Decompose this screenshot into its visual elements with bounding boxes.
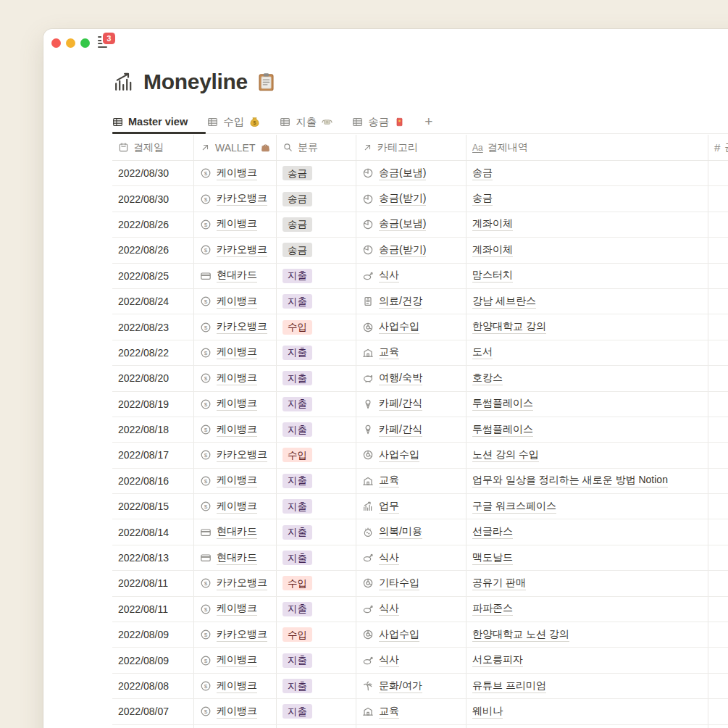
cell-amount[interactable] <box>708 366 728 390</box>
cell-detail[interactable]: 노션 강의 수입 <box>466 443 708 467</box>
cell-type[interactable]: 지출 <box>277 597 356 622</box>
cell-amount[interactable] <box>708 674 728 698</box>
cell-detail[interactable]: 계좌이체 <box>466 238 708 262</box>
detail-link[interactable]: 송금 <box>472 167 493 180</box>
cell-type[interactable]: 지출 <box>277 289 356 314</box>
cell-date[interactable]: 2022/08/07 <box>112 699 194 724</box>
cell-type[interactable]: 수입 <box>277 622 356 647</box>
cell-detail[interactable]: 맘스터치 <box>466 264 708 288</box>
cell-amount[interactable] <box>708 417 728 442</box>
cell-type[interactable]: 지출 <box>277 469 356 493</box>
detail-link[interactable]: 투썸플레이스 <box>472 397 533 411</box>
category-link[interactable]: 사업수입 <box>379 320 419 334</box>
cell-type[interactable]: 송금 <box>277 161 356 185</box>
cell-amount[interactable] <box>708 519 728 544</box>
cell-wallet[interactable]: $케이뱅크 <box>194 674 277 698</box>
detail-link[interactable]: 계좌이체 <box>472 243 513 257</box>
cell-type[interactable]: 수입 <box>277 443 356 467</box>
zoom-button[interactable] <box>80 38 90 48</box>
cell-category[interactable]: 사업수입 <box>356 314 466 339</box>
detail-link[interactable]: 송금 <box>472 192 493 206</box>
cell-category[interactable]: 송금(받기) <box>356 238 466 262</box>
tab-expense-view[interactable]: 지출 <box>280 115 332 129</box>
cell-type[interactable]: 수입 <box>277 314 356 339</box>
tab-master-view[interactable]: Master view <box>112 116 188 127</box>
cell-amount[interactable] <box>708 597 728 622</box>
cell-detail[interactable]: 강남 세브란스 <box>466 289 708 314</box>
cell-date[interactable]: 2022/08/18 <box>112 417 194 442</box>
category-link[interactable]: 여행/숙박 <box>379 372 422 385</box>
column-header-wallet[interactable]: WALLET <box>194 135 277 160</box>
cell-date[interactable]: 2022/08/26 <box>112 212 194 237</box>
column-header-detail[interactable]: Aa결제내역 <box>466 135 708 160</box>
detail-link[interactable]: 서오릉피자 <box>472 653 523 667</box>
column-header-type[interactable]: 분류 <box>277 135 356 160</box>
cell-date[interactable]: 2022/08/17 <box>112 443 194 467</box>
wallet-link[interactable]: 케이뱅크 <box>217 346 257 359</box>
cell-type[interactable]: 지출 <box>277 545 356 570</box>
cell-wallet[interactable]: $케이뱅크 <box>194 699 277 724</box>
cell-category[interactable]: 송금(보냄) <box>356 161 466 185</box>
detail-link[interactable]: 한양대학교 노션 강의 <box>472 628 569 642</box>
cell-detail[interactable]: 웨비나 <box>466 699 708 724</box>
cell-amount[interactable] <box>708 443 728 467</box>
wallet-link[interactable]: 카카오뱅크 <box>217 320 267 334</box>
cell-detail[interactable]: 도서 <box>466 340 708 365</box>
cell-detail[interactable]: 한양대학교 노션 강의 <box>466 622 708 647</box>
cell-date[interactable]: 2022/08/15 <box>112 494 194 519</box>
cell-type[interactable]: 지출 <box>277 264 356 288</box>
cell-detail[interactable]: 계좌이체 <box>466 212 708 237</box>
wallet-link[interactable]: 케이뱅크 <box>217 679 257 693</box>
cell-detail[interactable]: 유튜브 프리미엄 <box>466 674 708 698</box>
cell-category[interactable]: 의료/건강 <box>356 289 466 314</box>
wallet-link[interactable]: 카카오뱅크 <box>217 577 267 590</box>
cell-wallet[interactable]: $카카오뱅크 <box>194 186 277 211</box>
cell-detail[interactable]: 구글 워크스페이스 <box>466 494 708 519</box>
cell-category[interactable]: 사업수입 <box>356 443 466 467</box>
detail-link[interactable]: 구글 워크스페이스 <box>472 500 556 514</box>
category-link[interactable]: 교육 <box>379 346 399 359</box>
tab-income-view[interactable]: 수입$ <box>207 115 260 129</box>
cell-amount[interactable] <box>708 186 728 211</box>
cell-amount[interactable] <box>708 264 728 288</box>
cell-category[interactable]: 식사 <box>356 264 466 288</box>
detail-link[interactable]: 호캉스 <box>472 372 503 385</box>
cell-amount[interactable] <box>708 212 728 237</box>
cell-category[interactable]: 사업수입 <box>356 622 466 647</box>
cell-amount[interactable] <box>708 289 728 314</box>
category-link[interactable]: 송금(보냄) <box>379 217 426 231</box>
cell-amount[interactable] <box>708 161 728 185</box>
wallet-link[interactable]: 케이뱅크 <box>217 602 257 616</box>
cell-type[interactable]: 지출 <box>277 366 356 390</box>
wallet-link[interactable]: 케이뱅크 <box>217 705 257 719</box>
cell-wallet[interactable]: $케이뱅크 <box>194 597 277 622</box>
cell-date[interactable]: 2022/08/26 <box>112 238 194 262</box>
category-link[interactable]: 교육 <box>379 474 399 488</box>
wallet-link[interactable]: 케이뱅크 <box>217 397 257 411</box>
wallet-link[interactable]: 케이뱅크 <box>217 295 257 309</box>
detail-link[interactable]: 맘스터치 <box>472 269 513 283</box>
detail-link[interactable]: 투썸플레이스 <box>472 423 533 437</box>
category-link[interactable]: 송금(받기) <box>379 192 426 206</box>
category-link[interactable]: 식사 <box>379 269 399 283</box>
cell-category[interactable]: 교육 <box>356 699 466 724</box>
cell-amount[interactable] <box>708 392 728 417</box>
cell-date[interactable]: 2022/08/08 <box>112 674 194 698</box>
close-button[interactable] <box>51 38 61 48</box>
category-link[interactable]: 업무 <box>379 500 399 514</box>
cell-amount[interactable] <box>708 648 728 672</box>
category-link[interactable]: 식사 <box>379 653 399 667</box>
cell-detail[interactable]: 투썸플레이스 <box>466 392 708 417</box>
cell-category[interactable]: 의복/미용 <box>356 519 466 544</box>
cell-wallet[interactable]: 현대카드 <box>194 519 277 544</box>
cell-wallet[interactable]: $케이뱅크 <box>194 417 277 442</box>
cell-amount[interactable] <box>708 494 728 519</box>
cell-type[interactable]: 송금 <box>277 238 356 262</box>
cell-wallet[interactable]: $케이뱅크 <box>194 366 277 390</box>
page-title[interactable]: Moneyline <box>112 70 277 94</box>
cell-category[interactable]: 식사 <box>356 648 466 672</box>
cell-date[interactable]: 2022/08/06 <box>112 725 194 728</box>
cell-date[interactable]: 2022/08/16 <box>112 469 194 493</box>
cell-type[interactable]: 송금 <box>277 212 356 237</box>
wallet-link[interactable]: 케이뱅크 <box>217 474 257 488</box>
